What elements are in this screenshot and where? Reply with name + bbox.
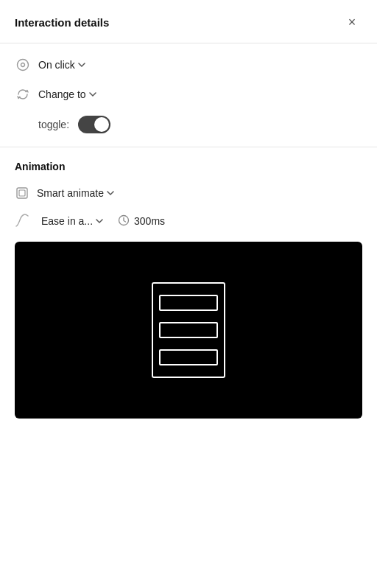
- trigger-label: On click: [38, 59, 75, 71]
- action-label: Change to: [38, 88, 86, 100]
- svg-point-0: [18, 60, 29, 71]
- animation-preview: [15, 242, 362, 419]
- toggle-switch[interactable]: [78, 116, 110, 133]
- action-chevron: [89, 90, 96, 99]
- easing-chevron: [96, 217, 103, 225]
- animation-type-row: Smart animate: [15, 186, 362, 200]
- animation-type-chevron: [107, 189, 114, 197]
- svg-rect-3: [19, 190, 25, 196]
- interaction-details-panel: Interaction details × On click: [0, 0, 377, 588]
- animation-type-label: Smart animate: [37, 187, 104, 199]
- toggle-label: toggle:: [38, 119, 69, 130]
- smart-animate-icon: [15, 186, 29, 200]
- easing-type-label: Ease in a...: [41, 215, 93, 227]
- ease-curve-icon: [15, 214, 29, 228]
- svg-point-1: [21, 63, 25, 67]
- action-icon: [15, 86, 31, 102]
- preview-bar-3: [159, 349, 218, 365]
- easing-type-dropdown[interactable]: Ease in a...: [41, 215, 103, 227]
- preview-frame-icon: [152, 282, 225, 378]
- trigger-icon: [15, 57, 31, 73]
- duration-part: 300ms: [118, 214, 165, 228]
- clock-icon: [118, 214, 130, 228]
- preview-bar-2: [159, 322, 218, 338]
- action-dropdown[interactable]: Change to: [38, 88, 96, 100]
- easing-row: Ease in a... 300ms: [15, 214, 362, 228]
- animation-section-title: Animation: [15, 161, 362, 172]
- duration-value: 300ms: [134, 215, 165, 227]
- toggle-row: toggle:: [15, 116, 362, 133]
- panel-title: Interaction details: [15, 16, 109, 29]
- preview-bar-1: [159, 295, 218, 311]
- interaction-section: On click Change to: [0, 43, 377, 147]
- animation-section: Animation Smart animate: [0, 147, 377, 242]
- trigger-dropdown[interactable]: On click: [38, 59, 85, 71]
- close-button[interactable]: ×: [342, 12, 362, 32]
- action-row: Change to: [15, 86, 362, 102]
- trigger-row: On click: [15, 57, 362, 73]
- svg-rect-2: [17, 188, 27, 198]
- animation-type-dropdown[interactable]: Smart animate: [37, 187, 114, 199]
- panel-header: Interaction details ×: [0, 0, 377, 43]
- toggle-knob: [94, 117, 109, 132]
- trigger-chevron: [78, 60, 85, 69]
